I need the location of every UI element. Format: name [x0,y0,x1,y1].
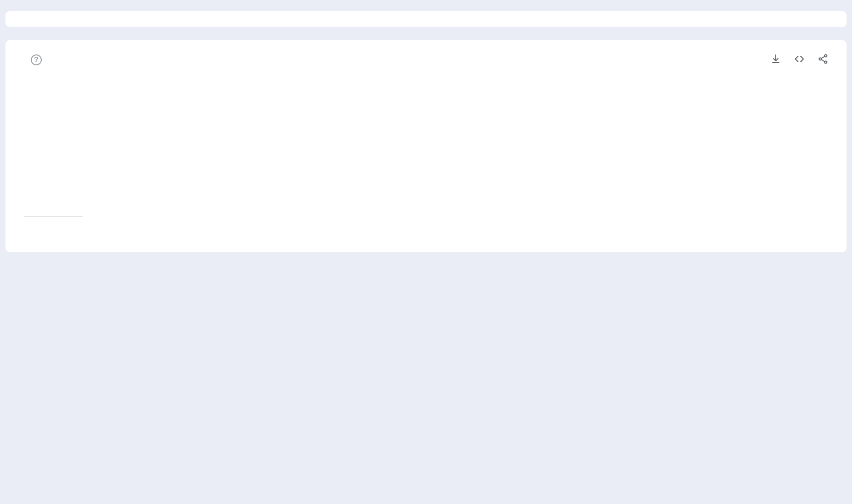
embed-icon[interactable] [794,54,805,66]
help-icon[interactable]: ? [31,54,42,65]
line-chart [101,103,828,220]
download-icon[interactable] [770,54,781,66]
share-icon[interactable] [818,54,828,66]
